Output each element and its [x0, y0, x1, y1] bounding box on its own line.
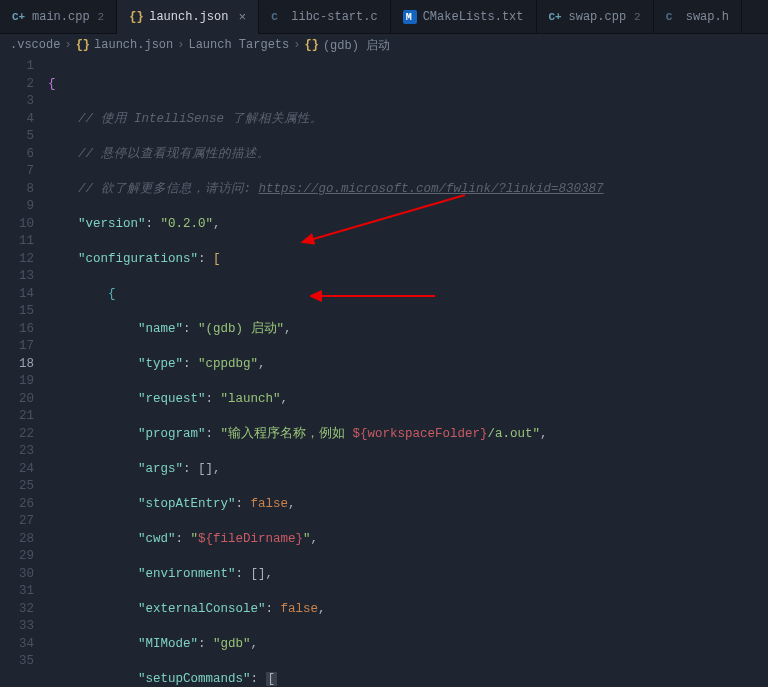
json-icon: {}: [129, 10, 143, 24]
json-key: "environment": [138, 567, 236, 581]
tab-label: libc-start.c: [291, 10, 377, 24]
tab-badge: 2: [634, 11, 641, 23]
json-string: ": [191, 532, 199, 546]
json-variable: ${fileDirname}: [198, 532, 303, 546]
breadcrumb[interactable]: .vscode › {} launch.json › Launch Target…: [0, 34, 768, 56]
code-editor[interactable]: 1234567891011121314151617181920212223242…: [0, 56, 768, 687]
comment: // 悬停以查看现有属性的描述。: [78, 147, 270, 161]
breadcrumb-item[interactable]: Launch Targets: [188, 38, 289, 52]
line-gutter: 1234567891011121314151617181920212223242…: [0, 56, 48, 687]
tab-label: CMakeLists.txt: [423, 10, 524, 24]
chevron-right-icon: ›: [177, 38, 184, 52]
tab-label: main.cpp: [32, 10, 90, 24]
json-key: "request": [138, 392, 206, 406]
json-icon: {}: [76, 38, 90, 52]
json-key: "MIMode": [138, 637, 198, 651]
json-string: "gdb": [213, 637, 251, 651]
breadcrumb-item[interactable]: .vscode: [10, 38, 60, 52]
tab-label: launch.json: [149, 10, 228, 24]
tab-libc-start[interactable]: C libc-start.c: [259, 0, 390, 34]
json-key: "args": [138, 462, 183, 476]
json-key: "type": [138, 357, 183, 371]
tab-badge: 2: [98, 11, 105, 23]
tab-bar: C+ main.cpp 2 {} launch.json × C libc-st…: [0, 0, 768, 34]
chevron-right-icon: ›: [293, 38, 300, 52]
cmake-icon: M: [403, 10, 417, 24]
tab-launch-json[interactable]: {} launch.json ×: [117, 0, 259, 34]
json-string: ": [303, 532, 311, 546]
breadcrumb-item[interactable]: (gdb) 启动: [323, 37, 390, 54]
json-bool: false: [281, 602, 319, 616]
c-icon: C: [271, 10, 285, 24]
json-key: "setupCommands": [138, 672, 251, 686]
json-string: "launch": [221, 392, 281, 406]
json-string: "0.2.0": [161, 217, 214, 231]
json-bool: false: [251, 497, 289, 511]
comment: // 使用 IntelliSense 了解相关属性。: [78, 112, 323, 126]
breadcrumb-item[interactable]: launch.json: [94, 38, 173, 52]
cpp-icon: C+: [12, 10, 26, 24]
json-key: "cwd": [138, 532, 176, 546]
tab-cmakelists[interactable]: M CMakeLists.txt: [391, 0, 537, 34]
json-key: "program": [138, 427, 206, 441]
json-key: "version": [78, 217, 146, 231]
json-string: "输入程序名称，例如: [221, 427, 353, 441]
json-icon: {}: [304, 38, 318, 52]
h-icon: C: [666, 10, 680, 24]
cpp-icon: C+: [549, 10, 563, 24]
json-string: "cppdbg": [198, 357, 258, 371]
json-key: "externalConsole": [138, 602, 266, 616]
tab-swap-h[interactable]: C swap.h: [654, 0, 742, 34]
link[interactable]: https://go.microsoft.com/fwlink/?linkid=…: [259, 182, 604, 196]
json-key: "name": [138, 322, 183, 336]
json-string: /a.out": [488, 427, 541, 441]
tab-label: swap.cpp: [569, 10, 627, 24]
close-icon[interactable]: ×: [238, 10, 246, 25]
code-content[interactable]: { // 使用 IntelliSense 了解相关属性。 // 悬停以查看现有属…: [48, 56, 768, 687]
chevron-right-icon: ›: [64, 38, 71, 52]
tab-label: swap.h: [686, 10, 729, 24]
tab-main-cpp[interactable]: C+ main.cpp 2: [0, 0, 117, 34]
comment: // 欲了解更多信息，请访问:: [78, 182, 251, 196]
json-string: "(gdb) 启动": [198, 322, 284, 336]
json-key: "configurations": [78, 252, 198, 266]
tab-swap-cpp[interactable]: C+ swap.cpp 2: [537, 0, 654, 34]
json-variable: ${workspaceFolder}: [353, 427, 488, 441]
json-key: "stopAtEntry": [138, 497, 236, 511]
